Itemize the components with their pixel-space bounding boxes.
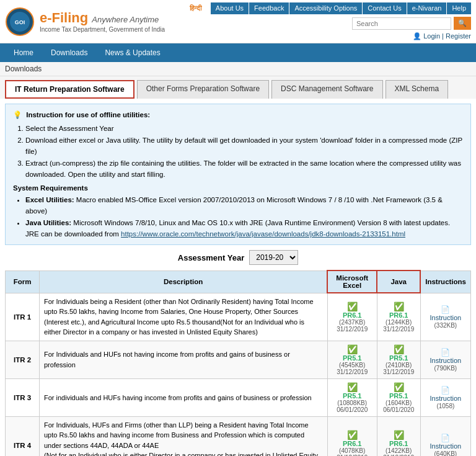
search-button[interactable]: 🔍	[454, 17, 471, 30]
td-java[interactable]: ✅ PR5.1 (2410KB) 31/12/2019	[377, 341, 420, 378]
efiling-subtitle: Income Tax Department, Government of Ind…	[40, 26, 165, 33]
table-row: ITR 4For Individuals, HUFs and Firms (ot…	[6, 416, 471, 456]
th-java: Java	[377, 270, 420, 293]
excel-date: 31/12/2019	[337, 369, 368, 375]
hindi-link[interactable]: हिन्दी	[185, 2, 207, 14]
enivaran-link[interactable]: e-Nivaran	[407, 2, 447, 14]
td-form: ITR 2	[6, 341, 40, 378]
nav-home[interactable]: Home	[5, 43, 42, 62]
th-instructions: Instructions	[420, 270, 470, 293]
efiling-title: e-Filing Anywhere Anytime Income Tax Dep…	[40, 10, 165, 33]
java-download-link[interactable]: ✅ PR5.1 (2410KB) 31/12/2019	[383, 344, 414, 375]
jre-download-link[interactable]: https://www.oracle.com/technetwork/java/…	[121, 230, 405, 238]
td-instruction[interactable]: 📄 Instruction (640KB)	[420, 416, 470, 456]
search-input[interactable]	[352, 17, 451, 30]
sys-req-heading: System Requirements	[13, 182, 463, 194]
content-area: Assessment Year 2019-20 2018-19 2017-18 …	[5, 250, 471, 456]
td-instruction[interactable]: 📄 Instruction (1058)	[420, 378, 470, 416]
java-version: PR5.1	[389, 392, 408, 400]
java-date: 06/01/2020	[383, 406, 414, 413]
excel-check-icon: ✅	[347, 302, 358, 311]
excel-size: (4078KB)	[339, 447, 365, 454]
efiling-e: e-	[40, 10, 52, 25]
java-req: Java Utilities: Microsoft Windows 7/8/10…	[25, 217, 463, 240]
itr-table: Form Description MicrosoftExcel Java Ins…	[5, 270, 471, 456]
td-form: ITR 1	[6, 293, 40, 341]
help-link[interactable]: Help	[447, 2, 471, 14]
java-version: PR5.1	[389, 354, 408, 362]
th-excel: MicrosoftExcel	[327, 270, 377, 293]
login-link[interactable]: Login | Register	[423, 32, 471, 40]
excel-download-link[interactable]: ✅ PR5.1 (4545KB) 31/12/2019	[337, 344, 368, 375]
td-form: ITR 4	[6, 416, 40, 456]
java-size: (1422KB)	[386, 447, 412, 454]
nav-downloads[interactable]: Downloads	[42, 43, 96, 62]
excel-check-icon: ✅	[347, 430, 358, 440]
ay-row: Assessment Year 2019-20 2018-19 2017-18	[5, 250, 471, 265]
logo-area: GOI e-Filing Anywhere Anytime Income Tax…	[5, 7, 165, 37]
instruction-step-2: Download either excel or Java utility. T…	[25, 135, 463, 158]
excel-download-link[interactable]: ✅ PR6.1 (4078KB) 31/12/2019	[337, 430, 368, 456]
java-size: (1244KB)	[386, 319, 412, 326]
td-excel[interactable]: ✅ PR6.1 (2437KB) 31/12/2019	[327, 293, 377, 341]
excel-check-icon: ✅	[347, 344, 358, 354]
tab-dsc[interactable]: DSC Management Software	[271, 80, 382, 99]
java-download-link[interactable]: ✅ PR5.1 (1604KB) 06/01/2020	[383, 382, 414, 413]
instr-pdf-icon: 📄	[441, 305, 450, 314]
excel-size: (2437KB)	[339, 319, 365, 326]
feedback-link[interactable]: Feedback	[249, 2, 289, 14]
login-register: 👤 Login | Register	[413, 32, 471, 40]
td-description: For Individuals, HUFs and Firms (other t…	[40, 416, 328, 456]
td-excel[interactable]: ✅ PR5.1 (4545KB) 31/12/2019	[327, 341, 377, 378]
instruction-link[interactable]: 📄 Instruction (1058)	[430, 387, 461, 409]
excel-size: (10808KB)	[337, 400, 367, 406]
contact-us-link[interactable]: Contact Us	[363, 2, 407, 14]
th-form: Form	[6, 270, 40, 293]
instruction-step-3: Extract (un-compress) the zip file conta…	[25, 158, 463, 181]
instruction-step-1: Select the Assessment Year	[25, 123, 463, 134]
table-row: ITR 3For individuals and HUFs having inc…	[6, 378, 471, 416]
tab-xml-schema[interactable]: XML Schema	[386, 80, 449, 99]
breadcrumb: Downloads	[0, 62, 476, 76]
td-java[interactable]: ✅ PR6.1 (1244KB) 31/12/2019	[377, 293, 420, 341]
top-right-area: हिन्दी About Us Feedback Accessibility O…	[185, 2, 471, 40]
instr-pdf-icon: 📄	[441, 348, 450, 357]
excel-check-icon: ✅	[347, 382, 358, 392]
bulb-icon: 💡	[13, 109, 22, 120]
instruction-link[interactable]: 📄 Instruction (790KB)	[430, 349, 461, 372]
tab-other-forms[interactable]: Other Forms Preparation Software	[137, 80, 269, 99]
top-nav-bar: हिन्दी About Us Feedback Accessibility O…	[185, 2, 471, 14]
nav-news-updates[interactable]: News & Updates	[96, 43, 169, 62]
table-row: ITR 1For Individuals being a Resident (o…	[6, 293, 471, 341]
td-java[interactable]: ✅ PR5.1 (1604KB) 06/01/2020	[377, 378, 420, 416]
td-excel[interactable]: ✅ PR6.1 (4078KB) 31/12/2019	[327, 416, 377, 456]
java-check-icon: ✅	[394, 344, 404, 354]
main-nav: Home Downloads News & Updates	[0, 43, 476, 62]
about-us-link[interactable]: About Us	[211, 2, 249, 14]
instr-size: (790KB)	[434, 365, 457, 372]
java-download-link[interactable]: ✅ PR6.1 (1422KB) 31/12/2019	[383, 430, 414, 456]
instruction-link[interactable]: 📄 Instruction (640KB)	[430, 434, 461, 456]
td-instruction[interactable]: 📄 Instruction (790KB)	[420, 341, 470, 378]
java-date: 31/12/2019	[383, 369, 414, 375]
java-version: PR6.1	[389, 440, 408, 447]
java-download-link[interactable]: ✅ PR6.1 (1244KB) 31/12/2019	[383, 302, 414, 333]
java-size: (2410KB)	[386, 362, 412, 369]
td-excel[interactable]: ✅ PR5.1 (10808KB) 06/01/2020	[327, 378, 377, 416]
java-date: 31/12/2019	[383, 326, 414, 333]
ay-select[interactable]: 2019-20 2018-19 2017-18	[249, 250, 298, 265]
instr-size: (1058)	[436, 403, 454, 409]
td-java[interactable]: ✅ PR6.1 (1422KB) 31/12/2019	[377, 416, 420, 456]
instr-pdf-icon: 📄	[441, 434, 450, 442]
excel-download-link[interactable]: ✅ PR5.1 (10808KB) 06/01/2020	[337, 382, 368, 413]
td-description: For individuals and HUFs having income f…	[40, 378, 328, 416]
tabs-row: IT Return Preparation Software Other For…	[0, 76, 476, 99]
tab-it-return[interactable]: IT Return Preparation Software	[5, 80, 134, 99]
td-instruction[interactable]: 📄 Instruction (332KB)	[420, 293, 470, 341]
top-header: GOI e-Filing Anywhere Anytime Income Tax…	[0, 0, 476, 43]
java-version: PR6.1	[389, 311, 408, 319]
instruction-link[interactable]: 📄 Instruction (332KB)	[430, 306, 461, 329]
accessibility-link[interactable]: Accessibility Options	[289, 2, 363, 14]
excel-download-link[interactable]: ✅ PR6.1 (2437KB) 31/12/2019	[337, 302, 368, 333]
ay-label: Assessment Year	[178, 253, 244, 262]
